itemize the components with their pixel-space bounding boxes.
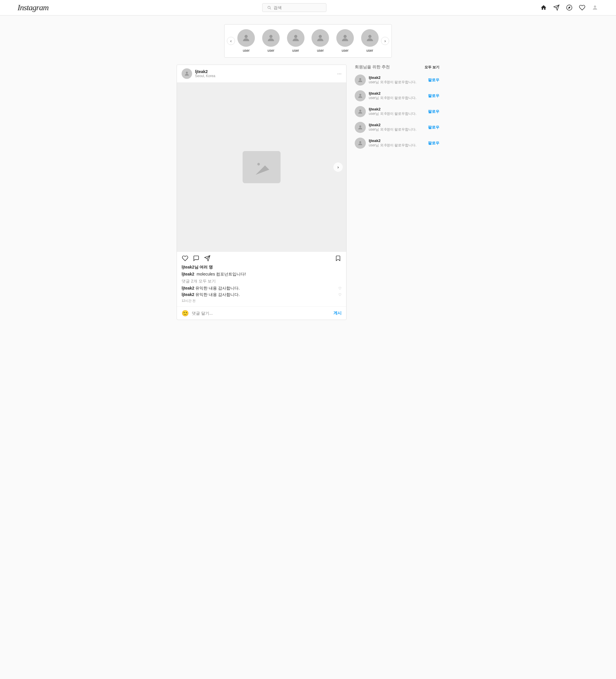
svg-point-7: [294, 35, 297, 38]
sidebar: 회원님을 위한 추천 모두 보기 ljteak2 user님 외 6명이 팔로우…: [355, 65, 439, 327]
post-location: Seoul, Korea: [195, 74, 334, 78]
comment-input-area: 🙂 게시: [177, 306, 346, 320]
image-placeholder: [243, 151, 280, 183]
bookmark-button[interactable]: [335, 255, 342, 262]
suggestion-item: ljteak2 user님 외 6명이 팔로우합니다. 팔로우: [355, 90, 439, 101]
post-next-button[interactable]: ›: [333, 162, 343, 172]
story-label: user: [366, 48, 373, 53]
svg-point-17: [360, 125, 362, 127]
comment-1-text: 유익한 내용 감사합니다.: [195, 286, 240, 290]
search-bar[interactable]: [262, 3, 327, 12]
emoji-button[interactable]: 🙂: [181, 310, 189, 317]
suggestion-info: ljteak2 user님 외 6명이 팔로우합니다.: [369, 91, 425, 100]
follow-button[interactable]: 팔로우: [428, 77, 439, 83]
comment-button[interactable]: [193, 255, 200, 262]
post-more-button[interactable]: ···: [337, 71, 342, 76]
caption-username[interactable]: ljteak2: [181, 272, 195, 277]
story-label: user: [342, 48, 348, 53]
post-image-area: ›: [177, 83, 346, 252]
svg-point-8: [319, 35, 322, 38]
sidebar-section-header: 회원님을 위한 추천 모두 보기: [355, 65, 439, 70]
profile-nav-icon[interactable]: [591, 4, 598, 11]
search-input[interactable]: [274, 5, 321, 10]
story-avatar: [237, 29, 255, 47]
post-timestamp: 12시간 전: [181, 299, 342, 303]
logo: Instagram: [18, 3, 48, 12]
suggestion-meta: user님 외 6명이 팔로우합니다.: [369, 143, 425, 148]
suggestion-username[interactable]: ljteak2: [369, 75, 425, 80]
svg-point-10: [368, 35, 371, 38]
caption-text: molecules 컴포넌트입니다!: [197, 272, 246, 277]
stories-next-button[interactable]: ›: [381, 37, 389, 45]
feed-layout: ljteak2 Seoul, Korea ··· ›: [171, 65, 445, 327]
suggestion-meta: user님 외 6명이 팔로우합니다.: [369, 96, 425, 100]
comment-2-text: 유익한 내용 감사합니다.: [195, 292, 240, 297]
comment-1-user[interactable]: ljteak2: [181, 286, 195, 290]
header: Instagram: [0, 0, 616, 15]
stories-list: user user user user user user: [236, 29, 380, 53]
story-avatar: [336, 29, 354, 47]
suggestion-username[interactable]: ljteak2: [369, 138, 425, 143]
follow-button[interactable]: 팔로우: [428, 93, 439, 98]
nav-icons: [540, 4, 598, 11]
suggestion-username[interactable]: ljteak2: [369, 91, 425, 96]
story-avatar: [311, 29, 329, 47]
comment-2-user[interactable]: ljteak2: [181, 292, 195, 297]
svg-point-16: [360, 109, 362, 111]
post-card: ljteak2 Seoul, Korea ··· ›: [177, 65, 346, 320]
suggestion-avatar: [355, 106, 366, 117]
story-item[interactable]: user: [287, 29, 305, 53]
follow-button[interactable]: 팔로우: [428, 140, 439, 146]
suggestion-item: ljteak2 user님 외 6명이 팔로우합니다. 팔로우: [355, 122, 439, 133]
suggestion-meta: user님 외 6명이 팔로우합니다.: [369, 111, 425, 116]
post-comment-2: ljteak2 유익한 내용 감사합니다. ♡: [181, 292, 342, 297]
post-comment-button[interactable]: 게시: [333, 311, 342, 316]
post-username[interactable]: ljteak2: [195, 69, 334, 74]
post-content: ljteak2님 여러 명 ljteak2 molecules 컴포넌트입니다!…: [177, 265, 346, 306]
stories-prev-button[interactable]: ‹: [227, 37, 235, 45]
suggestion-info: ljteak2 user님 외 6명이 팔로우합니다.: [369, 75, 425, 85]
story-avatar: [287, 29, 305, 47]
follow-button[interactable]: 팔로우: [428, 125, 439, 130]
svg-point-14: [360, 78, 362, 80]
home-icon[interactable]: [540, 4, 547, 11]
suggestion-avatar: [355, 74, 366, 86]
story-label: user: [243, 48, 250, 53]
story-item[interactable]: user: [311, 29, 329, 53]
see-all-link[interactable]: 모두 보기: [424, 65, 439, 70]
explore-icon[interactable]: [566, 4, 573, 11]
comment-1-like-icon[interactable]: ♡: [338, 286, 342, 290]
like-button[interactable]: [181, 255, 189, 262]
svg-point-4: [594, 5, 596, 8]
suggestion-meta: user님 외 6명이 팔로우합니다.: [369, 80, 425, 85]
svg-point-18: [360, 141, 362, 143]
suggestion-info: ljteak2 user님 외 6명이 팔로우합니다.: [369, 138, 425, 148]
svg-point-15: [360, 94, 362, 96]
comment-input[interactable]: [192, 311, 331, 316]
post-actions: [177, 252, 346, 265]
suggestion-username[interactable]: ljteak2: [369, 123, 425, 127]
svg-point-11: [186, 72, 188, 74]
comment-2-like-icon[interactable]: ♡: [338, 293, 342, 297]
suggestion-item: ljteak2 user님 외 6명이 팔로우합니다. 팔로우: [355, 138, 439, 149]
story-item[interactable]: user: [336, 29, 354, 53]
post-user-info: ljteak2 Seoul, Korea: [195, 69, 334, 78]
direct-icon[interactable]: [553, 4, 560, 11]
share-button[interactable]: [204, 255, 211, 262]
suggestion-username[interactable]: ljteak2: [369, 107, 425, 111]
post-likes: ljteak2님 여러 명: [181, 265, 342, 270]
suggestion-info: ljteak2 user님 외 6명이 팔로우합니다.: [369, 107, 425, 116]
story-avatar: [361, 29, 379, 47]
story-label: user: [292, 48, 299, 53]
follow-button[interactable]: 팔로우: [428, 109, 439, 114]
story-item[interactable]: user: [262, 29, 280, 53]
story-item[interactable]: user: [237, 29, 255, 53]
view-comments-button[interactable]: 댓글 2개 모두 보기: [181, 279, 342, 284]
svg-point-6: [270, 35, 273, 38]
post-header: ljteak2 Seoul, Korea ···: [177, 65, 346, 83]
post-avatar: [181, 68, 192, 79]
story-item[interactable]: user: [361, 29, 379, 53]
heart-icon[interactable]: [579, 4, 586, 11]
svg-line-1: [270, 8, 271, 9]
story-label: user: [267, 48, 274, 53]
